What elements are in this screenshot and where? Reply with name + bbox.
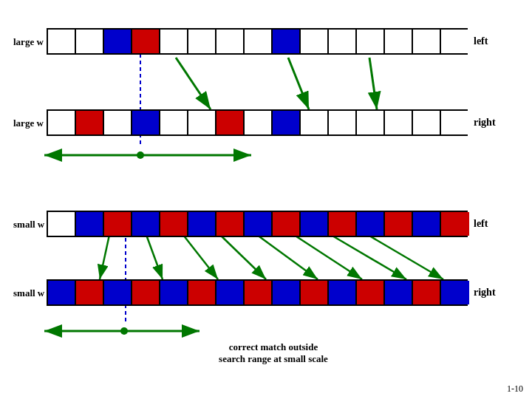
svg-line-3 — [176, 58, 211, 109]
cell — [48, 30, 76, 53]
cell — [301, 30, 329, 53]
cell — [385, 30, 413, 53]
cell — [160, 30, 188, 53]
cell — [441, 30, 469, 53]
cell — [216, 111, 245, 134]
main-container: large w left large w — [0, 0, 532, 399]
cell — [160, 281, 188, 304]
row3-bar — [47, 211, 468, 237]
row2-group: large w right — [13, 109, 496, 136]
row4-bar — [47, 279, 468, 306]
row4-group: small w right — [13, 279, 496, 306]
cell — [245, 212, 273, 236]
row1-bar — [47, 28, 468, 55]
cell — [160, 111, 188, 134]
cell — [48, 281, 76, 304]
svg-line-12 — [183, 235, 218, 279]
cell — [245, 281, 273, 304]
cell — [273, 30, 301, 53]
cell — [441, 111, 469, 134]
cell — [245, 111, 273, 134]
cell — [188, 212, 216, 236]
svg-point-8 — [137, 151, 144, 159]
cell — [413, 30, 441, 53]
cell — [413, 212, 441, 236]
cell — [132, 212, 160, 236]
cell — [48, 111, 76, 134]
cell — [385, 111, 413, 134]
row1-label: large w — [13, 35, 47, 48]
cell — [160, 212, 188, 236]
cell — [357, 281, 385, 304]
cell — [273, 111, 301, 134]
diagram-svg — [0, 0, 532, 399]
row3-group: small w left — [13, 211, 488, 237]
cell — [76, 30, 104, 53]
row2-side-label: right — [474, 117, 496, 129]
svg-line-10 — [100, 235, 109, 279]
row1-group: large w left — [13, 28, 488, 55]
svg-line-5 — [369, 58, 377, 109]
cell — [357, 212, 385, 236]
cell — [188, 281, 216, 304]
row4-side-label: right — [474, 287, 496, 299]
cell — [329, 111, 357, 134]
cell — [216, 212, 245, 236]
row3-side-label: left — [474, 218, 488, 230]
svg-line-4 — [288, 58, 309, 109]
svg-line-15 — [294, 235, 362, 279]
cell — [104, 212, 132, 236]
svg-line-11 — [146, 235, 163, 279]
cell — [48, 212, 76, 236]
cell — [441, 212, 469, 236]
cell — [413, 281, 441, 304]
cell — [329, 281, 357, 304]
row1-side-label: left — [474, 35, 488, 47]
cell — [329, 212, 357, 236]
cell — [301, 111, 329, 134]
svg-line-16 — [331, 235, 406, 279]
cell — [357, 30, 385, 53]
row4-label: small w — [13, 286, 47, 299]
cell — [245, 30, 273, 53]
cell — [273, 212, 301, 236]
page-number: 1-10 — [507, 383, 523, 395]
cell — [216, 30, 245, 53]
caption: correct match outside search range at sm… — [185, 341, 362, 365]
cell — [301, 212, 329, 236]
cell — [301, 281, 329, 304]
cell — [216, 281, 245, 304]
svg-line-14 — [257, 235, 318, 279]
cell — [104, 281, 132, 304]
svg-point-19 — [120, 327, 128, 335]
row3-label: small w — [13, 217, 47, 231]
cell — [441, 281, 469, 304]
cell — [132, 281, 160, 304]
cell — [104, 30, 132, 53]
cell — [188, 30, 216, 53]
cell — [413, 111, 441, 134]
svg-line-13 — [220, 235, 266, 279]
cell — [76, 111, 104, 134]
cell — [357, 111, 385, 134]
cell — [104, 111, 132, 134]
cell — [385, 281, 413, 304]
cell — [132, 30, 160, 53]
cell — [385, 212, 413, 236]
svg-line-17 — [368, 235, 443, 279]
cell — [76, 212, 104, 236]
cell — [329, 30, 357, 53]
cell — [273, 281, 301, 304]
row2-label: large w — [13, 116, 47, 129]
cell — [76, 281, 104, 304]
cell — [132, 111, 160, 134]
cell — [188, 111, 216, 134]
row2-bar — [47, 109, 468, 136]
